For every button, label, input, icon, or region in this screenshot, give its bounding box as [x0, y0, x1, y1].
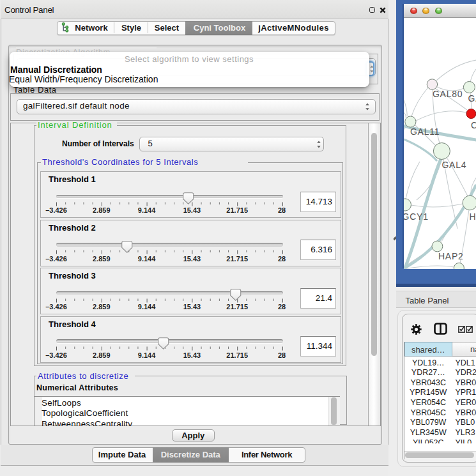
- svg-text:GAL11: GAL11: [410, 127, 440, 137]
- svg-text:GAL80: GAL80: [432, 89, 463, 99]
- svg-text:HAP2: HAP2: [438, 251, 463, 261]
- svg-text:GAL4: GAL4: [441, 160, 466, 170]
- svg-text:GCY1: GCY1: [404, 211, 429, 222]
- svg-text:H: H: [469, 211, 476, 221]
- svg-text:GAL: GAL: [468, 93, 476, 104]
- svg-text:C: C: [471, 119, 476, 130]
